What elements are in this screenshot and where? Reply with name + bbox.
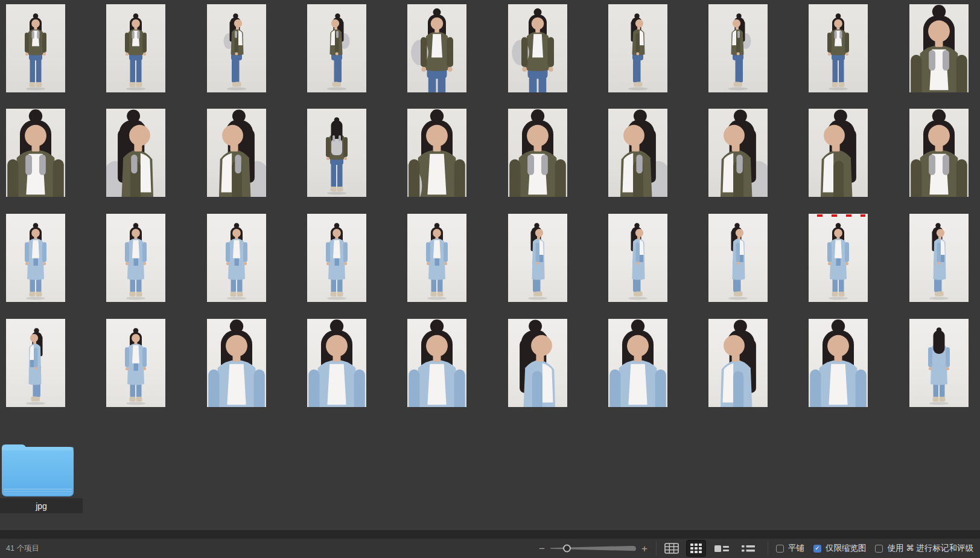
photo-figure [307,319,366,407]
photo-thumbnail[interactable] [407,319,466,407]
separator [768,541,768,556]
photo-thumbnail[interactable] [608,319,667,407]
photo-figure [407,109,466,197]
photo-thumbnail[interactable] [608,4,667,92]
photo-figure [307,109,366,197]
photo-figure [407,319,466,407]
photo-thumbnail[interactable] [809,4,868,92]
photo-browser-window: jpg 41 个项目 − + [0,0,980,558]
photo-figure [708,214,768,302]
thumbnails-only-checkbox-label[interactable]: 仅限缩览图 [826,543,867,554]
photo-thumbnail[interactable] [6,109,65,197]
photo-figure [106,214,165,302]
photo-thumbnail[interactable] [508,319,567,407]
photo-figure [106,109,165,197]
photo-thumbnail[interactable] [708,214,768,302]
item-count-label: 41 个项目 [6,539,39,558]
thumbnail-with-lines-icon [714,544,729,553]
grid-dots-icon [690,544,702,553]
photo-figure [809,319,868,407]
photo-thumbnail[interactable] [809,319,868,407]
photo-thumbnail[interactable] [407,4,466,92]
photo-thumbnail[interactable] [508,214,567,302]
photo-thumbnail[interactable] [909,4,969,92]
photo-thumbnail[interactable] [909,109,969,197]
photo-thumbnail[interactable] [508,4,567,92]
bulleted-list-icon [742,544,755,553]
photo-thumbnail[interactable] [207,214,266,302]
status-bar: 41 个项目 − + [0,539,980,558]
photo-figure [809,109,868,197]
photo-thumbnail[interactable] [407,109,466,197]
folder-label: jpg [0,498,83,513]
photo-thumbnail[interactable] [608,109,667,197]
tile-checkbox-label[interactable]: 平铺 [788,543,804,554]
photo-thumbnail[interactable] [6,4,65,92]
photo-figure [508,214,567,302]
use-cmd-rating-checkbox-label[interactable]: 使用 ⌘ 进行标记和评级 [887,543,973,554]
tile-checkbox[interactable] [776,545,784,553]
view-as-details-button[interactable] [710,540,733,557]
photo-figure [608,319,667,407]
thumbnail-size-slider[interactable] [550,544,636,553]
photo-figure [809,214,868,302]
photo-figure [6,319,65,407]
photo-figure [6,109,65,197]
photo-figure [608,4,667,92]
photo-thumbnail[interactable] [608,214,667,302]
photo-figure [508,109,567,197]
photo-figure [809,4,868,92]
folder-icon [1,438,75,497]
photo-figure [307,214,366,302]
photo-figure [909,319,969,407]
thumbnails-only-checkbox[interactable] [813,545,821,553]
photo-figure [207,4,266,92]
photo-figure [508,4,567,92]
photo-thumbnail[interactable] [708,109,768,197]
photo-figure [708,109,768,197]
photo-figure [207,214,266,302]
photo-figure [708,4,768,92]
photo-thumbnail[interactable] [106,109,165,197]
photo-thumbnail[interactable] [106,214,165,302]
photo-figure [106,4,165,92]
view-as-list-button[interactable] [737,540,759,557]
zoom-in-button[interactable]: + [641,544,648,554]
photo-figure [909,109,969,197]
photo-thumbnail[interactable] [307,214,366,302]
photo-thumbnail[interactable] [708,319,768,407]
photo-figure [909,4,969,92]
photo-thumbnail[interactable] [307,319,366,407]
photo-figure [207,319,266,407]
photo-figure [207,109,266,197]
photo-thumbnail[interactable] [708,4,768,92]
photo-thumbnail[interactable] [909,319,969,407]
photo-figure [106,319,165,407]
grid-layout-button[interactable] [664,543,679,554]
photo-thumbnail[interactable] [307,109,366,197]
use-cmd-rating-checkbox[interactable] [875,545,883,553]
photo-thumbnail[interactable] [809,109,868,197]
photo-thumbnail[interactable] [106,4,165,92]
zoom-out-button[interactable]: − [539,544,545,554]
photo-thumbnail[interactable] [809,214,868,302]
photo-thumbnail[interactable] [508,109,567,197]
photo-thumbnail[interactable] [6,319,65,407]
photo-thumbnail[interactable] [6,214,65,302]
slider-knob[interactable] [563,545,571,553]
folder-item-jpg[interactable]: jpg [0,436,97,516]
photo-thumbnail[interactable] [207,4,266,92]
photo-figure [407,214,466,302]
photo-figure [508,319,567,407]
photo-figure [909,214,969,302]
photo-figure [6,4,65,92]
view-as-thumbnails-button[interactable] [686,540,706,557]
photo-thumbnail[interactable] [106,319,165,407]
photo-thumbnail[interactable] [307,4,366,92]
photo-thumbnail[interactable] [407,214,466,302]
statusbar-controls: − + [539,539,973,558]
photo-thumbnail[interactable] [909,214,969,302]
photo-figure [608,109,667,197]
photo-thumbnail[interactable] [207,319,266,407]
photo-thumbnail[interactable] [207,109,266,197]
